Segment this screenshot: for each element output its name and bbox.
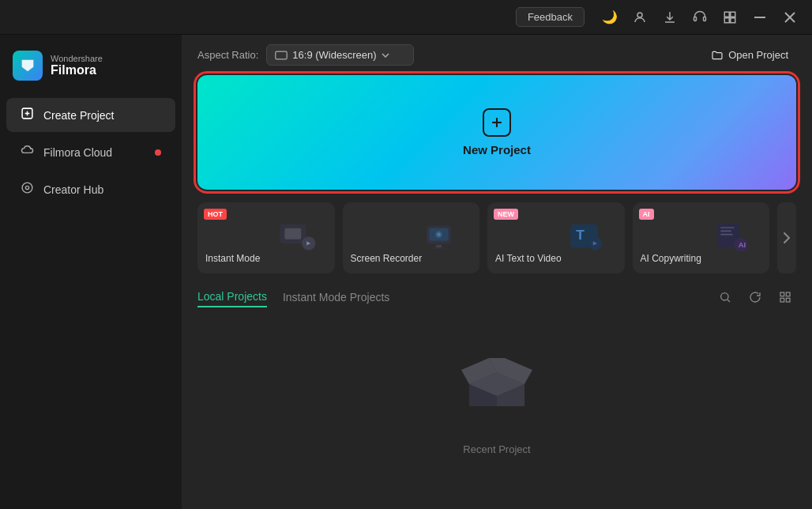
svg-point-25 (438, 233, 441, 236)
search-button[interactable] (714, 286, 736, 308)
svg-rect-6 (731, 17, 735, 22)
quick-action-screen-recorder[interactable]: Screen Recorder (343, 202, 480, 273)
new-project-banner[interactable]: New Project (197, 75, 796, 190)
quick-actions-row: HOT Instant Mode Screen Recorder NEW T A… (182, 202, 812, 286)
create-project-icon (21, 107, 34, 123)
svg-rect-33 (720, 227, 734, 228)
logo-product: Filmora (51, 63, 103, 77)
sidebar-item-create-project[interactable]: Create Project (6, 98, 175, 132)
tab-local-projects[interactable]: Local Projects (197, 287, 267, 307)
svg-rect-19 (284, 228, 301, 239)
avatar-icon[interactable] (627, 5, 652, 30)
quick-action-label: Instant Mode (205, 253, 260, 266)
empty-state-label: Recent Project (463, 443, 530, 455)
svg-rect-43 (786, 298, 790, 302)
main-content: Aspect Ratio: 16:9 (Widescreen) Open Pro… (182, 35, 812, 509)
logo-brand: Wondershare (51, 54, 103, 63)
tab-instant-mode-projects[interactable]: Instant Mode Projects (283, 288, 389, 307)
quick-action-label: AI Text to Video (495, 253, 562, 266)
svg-line-39 (727, 300, 730, 302)
titlebar: Feedback 🌙 (0, 0, 812, 35)
new-project-plus-icon (483, 108, 511, 137)
svg-rect-5 (724, 17, 729, 22)
ai-badge: AI (639, 209, 654, 220)
svg-rect-1 (694, 17, 697, 21)
chevron-down-icon (382, 53, 389, 58)
folder-icon (711, 49, 724, 62)
svg-point-38 (721, 293, 728, 300)
logo-area: Wondershare Filmora (0, 43, 182, 96)
feedback-button[interactable]: Feedback (516, 7, 585, 27)
quick-action-label: Screen Recorder (351, 253, 423, 266)
hot-badge: HOT (204, 209, 227, 220)
sidebar-item-label: Creator Hub (43, 183, 103, 196)
sidebar-item-label: Filmora Cloud (43, 146, 112, 159)
theme-icon[interactable]: 🌙 (597, 5, 622, 30)
sidebar-item-creator-hub[interactable]: Creator Hub (6, 172, 175, 206)
download-icon[interactable] (657, 5, 682, 30)
instant-mode-image (259, 202, 334, 273)
svg-text:AI: AI (739, 240, 746, 249)
svg-rect-15 (276, 51, 287, 59)
quick-action-ai-copywriting[interactable]: AI AI AI Copywriting (633, 202, 770, 273)
creator-hub-icon (21, 181, 34, 198)
svg-rect-34 (720, 230, 731, 232)
svg-rect-7 (754, 17, 765, 18)
empty-box-icon (453, 345, 540, 432)
svg-point-14 (25, 186, 28, 189)
quick-actions-more-button[interactable] (777, 202, 796, 273)
svg-rect-3 (724, 12, 729, 17)
headset-icon[interactable] (687, 5, 712, 30)
svg-point-0 (637, 13, 642, 17)
svg-rect-26 (436, 245, 442, 247)
aspect-ratio-selector[interactable]: 16:9 (Widescreen) (266, 44, 413, 66)
quick-action-ai-text-to-video[interactable]: NEW T AI Text to Video (487, 202, 625, 273)
open-project-label: Open Project (728, 49, 788, 61)
sidebar-item-label: Create Project (43, 109, 114, 122)
svg-point-13 (22, 183, 32, 193)
svg-rect-41 (786, 292, 790, 296)
tab-actions (714, 286, 796, 308)
projects-tabs: Local Projects Instant Mode Projects (197, 286, 796, 308)
svg-rect-35 (720, 234, 733, 236)
svg-rect-42 (780, 298, 784, 302)
grid-view-icon[interactable] (717, 5, 742, 30)
quick-action-label: AI Copywriting (641, 253, 701, 266)
sidebar: Wondershare Filmora Create Project Filmo… (0, 35, 182, 509)
aspect-ratio-label: Aspect Ratio: (197, 49, 258, 61)
quick-action-instant-mode[interactable]: HOT Instant Mode (197, 202, 335, 273)
svg-rect-4 (731, 12, 735, 17)
open-project-button[interactable]: Open Project (703, 45, 796, 66)
new-badge: NEW (494, 209, 518, 220)
logo-icon (13, 51, 43, 81)
empty-state: Recent Project (197, 321, 796, 479)
close-button[interactable] (777, 5, 803, 30)
cloud-icon (21, 144, 34, 160)
notification-dot (155, 149, 161, 156)
grid-layout-button[interactable] (774, 286, 796, 308)
new-project-label: New Project (463, 143, 531, 156)
ai-copywriting-image: AI (694, 202, 769, 273)
refresh-button[interactable] (744, 286, 766, 308)
svg-rect-40 (780, 292, 784, 296)
svg-rect-27 (433, 247, 445, 249)
svg-text:T: T (576, 227, 585, 243)
minimize-button[interactable] (747, 5, 773, 30)
logo-text: Wondershare Filmora (51, 54, 103, 77)
app-body: Wondershare Filmora Create Project Filmo… (0, 35, 812, 509)
svg-rect-2 (704, 17, 706, 21)
projects-section: Local Projects Instant Mode Projects (182, 286, 812, 509)
aspect-ratio-value: 16:9 (Widescreen) (292, 49, 376, 61)
toolbar: Aspect Ratio: 16:9 (Widescreen) Open Pro… (182, 35, 812, 75)
sidebar-item-filmora-cloud[interactable]: Filmora Cloud (6, 135, 175, 169)
